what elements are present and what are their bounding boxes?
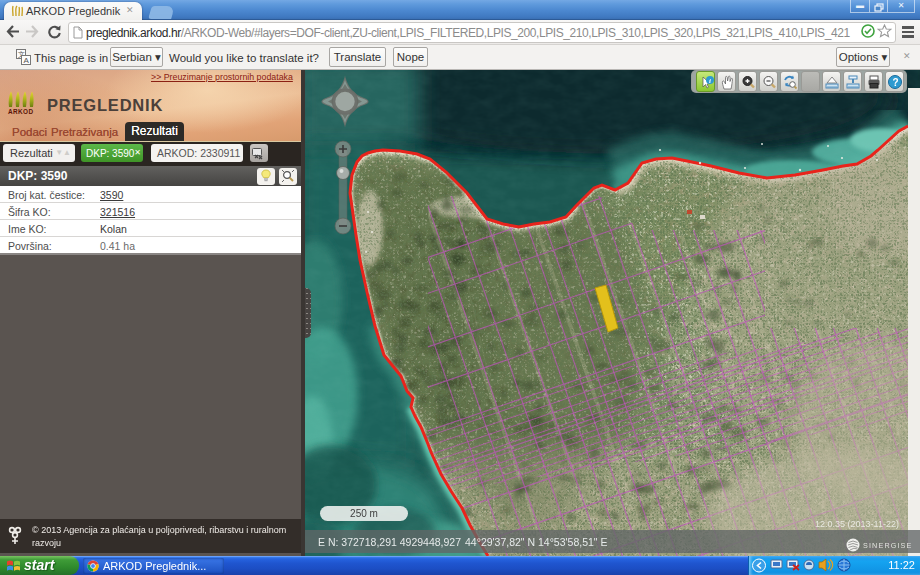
svg-text:SINERGISE: SINERGISE (863, 541, 913, 550)
svg-text:?: ? (892, 76, 898, 87)
svg-text:A: A (24, 56, 30, 65)
svg-text:i: i (708, 76, 710, 84)
svg-text:ARKOD: ARKOD (8, 108, 33, 115)
